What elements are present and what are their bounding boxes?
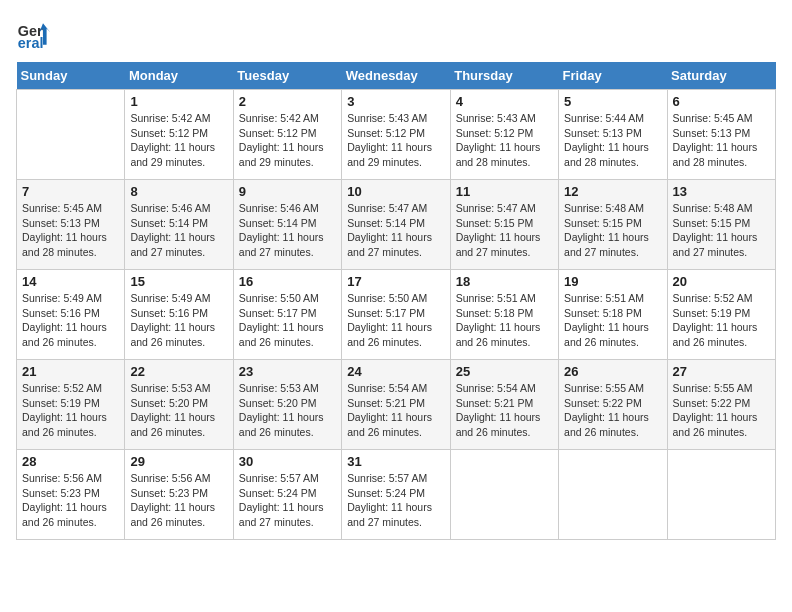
day-info: Sunrise: 5:48 AM Sunset: 5:15 PM Dayligh… [673, 201, 770, 260]
calendar-cell [667, 450, 775, 540]
day-number: 27 [673, 364, 770, 379]
header-day-friday: Friday [559, 62, 667, 90]
day-info: Sunrise: 5:50 AM Sunset: 5:17 PM Dayligh… [239, 291, 336, 350]
calendar-header-row: SundayMondayTuesdayWednesdayThursdayFrid… [17, 62, 776, 90]
day-number: 4 [456, 94, 553, 109]
day-info: Sunrise: 5:46 AM Sunset: 5:14 PM Dayligh… [239, 201, 336, 260]
day-info: Sunrise: 5:53 AM Sunset: 5:20 PM Dayligh… [239, 381, 336, 440]
calendar-cell: 21Sunrise: 5:52 AM Sunset: 5:19 PM Dayli… [17, 360, 125, 450]
calendar-cell [17, 90, 125, 180]
day-number: 28 [22, 454, 119, 469]
calendar-cell: 27Sunrise: 5:55 AM Sunset: 5:22 PM Dayli… [667, 360, 775, 450]
calendar-cell: 31Sunrise: 5:57 AM Sunset: 5:24 PM Dayli… [342, 450, 450, 540]
header-day-sunday: Sunday [17, 62, 125, 90]
calendar-cell: 25Sunrise: 5:54 AM Sunset: 5:21 PM Dayli… [450, 360, 558, 450]
day-info: Sunrise: 5:55 AM Sunset: 5:22 PM Dayligh… [564, 381, 661, 440]
calendar-cell: 22Sunrise: 5:53 AM Sunset: 5:20 PM Dayli… [125, 360, 233, 450]
calendar-cell: 7Sunrise: 5:45 AM Sunset: 5:13 PM Daylig… [17, 180, 125, 270]
day-info: Sunrise: 5:47 AM Sunset: 5:15 PM Dayligh… [456, 201, 553, 260]
day-number: 25 [456, 364, 553, 379]
calendar-table: SundayMondayTuesdayWednesdayThursdayFrid… [16, 62, 776, 540]
day-info: Sunrise: 5:48 AM Sunset: 5:15 PM Dayligh… [564, 201, 661, 260]
calendar-cell: 14Sunrise: 5:49 AM Sunset: 5:16 PM Dayli… [17, 270, 125, 360]
day-number: 31 [347, 454, 444, 469]
day-info: Sunrise: 5:55 AM Sunset: 5:22 PM Dayligh… [673, 381, 770, 440]
calendar-cell: 15Sunrise: 5:49 AM Sunset: 5:16 PM Dayli… [125, 270, 233, 360]
calendar-cell: 28Sunrise: 5:56 AM Sunset: 5:23 PM Dayli… [17, 450, 125, 540]
calendar-cell: 29Sunrise: 5:56 AM Sunset: 5:23 PM Dayli… [125, 450, 233, 540]
day-number: 12 [564, 184, 661, 199]
calendar-cell: 26Sunrise: 5:55 AM Sunset: 5:22 PM Dayli… [559, 360, 667, 450]
calendar-cell: 4Sunrise: 5:43 AM Sunset: 5:12 PM Daylig… [450, 90, 558, 180]
day-number: 11 [456, 184, 553, 199]
day-number: 9 [239, 184, 336, 199]
calendar-cell: 3Sunrise: 5:43 AM Sunset: 5:12 PM Daylig… [342, 90, 450, 180]
calendar-week-row: 28Sunrise: 5:56 AM Sunset: 5:23 PM Dayli… [17, 450, 776, 540]
svg-text:eral: eral [18, 35, 44, 51]
day-number: 6 [673, 94, 770, 109]
calendar-cell: 10Sunrise: 5:47 AM Sunset: 5:14 PM Dayli… [342, 180, 450, 270]
calendar-cell [559, 450, 667, 540]
calendar-cell: 1Sunrise: 5:42 AM Sunset: 5:12 PM Daylig… [125, 90, 233, 180]
calendar-cell: 12Sunrise: 5:48 AM Sunset: 5:15 PM Dayli… [559, 180, 667, 270]
calendar-cell: 20Sunrise: 5:52 AM Sunset: 5:19 PM Dayli… [667, 270, 775, 360]
day-number: 24 [347, 364, 444, 379]
day-number: 15 [130, 274, 227, 289]
calendar-week-row: 1Sunrise: 5:42 AM Sunset: 5:12 PM Daylig… [17, 90, 776, 180]
day-info: Sunrise: 5:49 AM Sunset: 5:16 PM Dayligh… [22, 291, 119, 350]
day-info: Sunrise: 5:43 AM Sunset: 5:12 PM Dayligh… [347, 111, 444, 170]
calendar-cell: 6Sunrise: 5:45 AM Sunset: 5:13 PM Daylig… [667, 90, 775, 180]
calendar-cell: 24Sunrise: 5:54 AM Sunset: 5:21 PM Dayli… [342, 360, 450, 450]
day-number: 14 [22, 274, 119, 289]
calendar-cell: 9Sunrise: 5:46 AM Sunset: 5:14 PM Daylig… [233, 180, 341, 270]
day-info: Sunrise: 5:49 AM Sunset: 5:16 PM Dayligh… [130, 291, 227, 350]
day-info: Sunrise: 5:42 AM Sunset: 5:12 PM Dayligh… [130, 111, 227, 170]
calendar-cell: 17Sunrise: 5:50 AM Sunset: 5:17 PM Dayli… [342, 270, 450, 360]
calendar-cell: 8Sunrise: 5:46 AM Sunset: 5:14 PM Daylig… [125, 180, 233, 270]
day-info: Sunrise: 5:46 AM Sunset: 5:14 PM Dayligh… [130, 201, 227, 260]
day-number: 2 [239, 94, 336, 109]
day-number: 20 [673, 274, 770, 289]
header-day-thursday: Thursday [450, 62, 558, 90]
day-info: Sunrise: 5:57 AM Sunset: 5:24 PM Dayligh… [239, 471, 336, 530]
day-info: Sunrise: 5:45 AM Sunset: 5:13 PM Dayligh… [22, 201, 119, 260]
calendar-week-row: 7Sunrise: 5:45 AM Sunset: 5:13 PM Daylig… [17, 180, 776, 270]
day-number: 30 [239, 454, 336, 469]
day-info: Sunrise: 5:47 AM Sunset: 5:14 PM Dayligh… [347, 201, 444, 260]
day-number: 3 [347, 94, 444, 109]
day-number: 1 [130, 94, 227, 109]
header-day-monday: Monday [125, 62, 233, 90]
day-info: Sunrise: 5:54 AM Sunset: 5:21 PM Dayligh… [347, 381, 444, 440]
day-info: Sunrise: 5:54 AM Sunset: 5:21 PM Dayligh… [456, 381, 553, 440]
day-number: 18 [456, 274, 553, 289]
day-number: 23 [239, 364, 336, 379]
day-number: 21 [22, 364, 119, 379]
calendar-cell: 11Sunrise: 5:47 AM Sunset: 5:15 PM Dayli… [450, 180, 558, 270]
day-number: 8 [130, 184, 227, 199]
calendar-cell: 2Sunrise: 5:42 AM Sunset: 5:12 PM Daylig… [233, 90, 341, 180]
day-number: 26 [564, 364, 661, 379]
calendar-cell: 30Sunrise: 5:57 AM Sunset: 5:24 PM Dayli… [233, 450, 341, 540]
day-number: 22 [130, 364, 227, 379]
day-info: Sunrise: 5:56 AM Sunset: 5:23 PM Dayligh… [22, 471, 119, 530]
day-info: Sunrise: 5:56 AM Sunset: 5:23 PM Dayligh… [130, 471, 227, 530]
day-number: 13 [673, 184, 770, 199]
day-info: Sunrise: 5:42 AM Sunset: 5:12 PM Dayligh… [239, 111, 336, 170]
day-number: 7 [22, 184, 119, 199]
day-info: Sunrise: 5:57 AM Sunset: 5:24 PM Dayligh… [347, 471, 444, 530]
day-info: Sunrise: 5:43 AM Sunset: 5:12 PM Dayligh… [456, 111, 553, 170]
day-number: 10 [347, 184, 444, 199]
logo: Gen eral [16, 16, 56, 52]
day-info: Sunrise: 5:52 AM Sunset: 5:19 PM Dayligh… [673, 291, 770, 350]
day-number: 5 [564, 94, 661, 109]
calendar-cell: 23Sunrise: 5:53 AM Sunset: 5:20 PM Dayli… [233, 360, 341, 450]
day-info: Sunrise: 5:53 AM Sunset: 5:20 PM Dayligh… [130, 381, 227, 440]
day-info: Sunrise: 5:44 AM Sunset: 5:13 PM Dayligh… [564, 111, 661, 170]
calendar-cell: 13Sunrise: 5:48 AM Sunset: 5:15 PM Dayli… [667, 180, 775, 270]
header-day-tuesday: Tuesday [233, 62, 341, 90]
day-number: 29 [130, 454, 227, 469]
header-day-saturday: Saturday [667, 62, 775, 90]
header-day-wednesday: Wednesday [342, 62, 450, 90]
day-number: 17 [347, 274, 444, 289]
calendar-cell [450, 450, 558, 540]
